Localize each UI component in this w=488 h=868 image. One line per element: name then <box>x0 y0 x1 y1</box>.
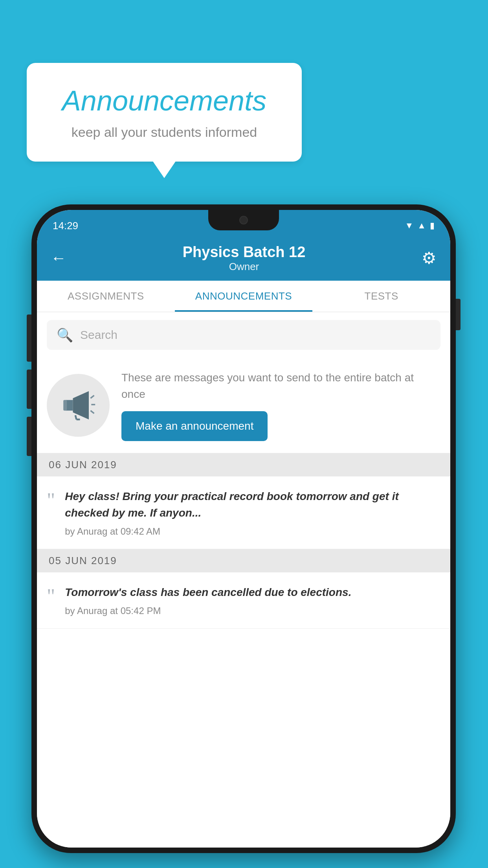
status-time: 14:29 <box>53 220 78 232</box>
phone-outer: 14:29 ▼ ▲ ▮ ← Physics Batch 12 Owner ⚙ <box>31 204 456 853</box>
phone-container: 14:29 ▼ ▲ ▮ ← Physics Batch 12 Owner ⚙ <box>31 204 456 853</box>
speech-bubble-title: Announcements <box>50 85 278 117</box>
speech-bubble: Announcements keep all your students inf… <box>27 63 302 162</box>
promo-section: These are messages you want to send to t… <box>37 358 450 453</box>
announcement-item-2: " Tomorrow's class has been cancelled du… <box>37 572 450 629</box>
back-button[interactable]: ← <box>51 249 66 267</box>
announcement-message-1: Hey class! Bring your practical record b… <box>65 488 440 521</box>
announcement-message-2: Tomorrow's class has been cancelled due … <box>65 584 440 601</box>
announcement-meta-1: by Anurag at 09:42 AM <box>65 526 440 537</box>
search-icon: 🔍 <box>57 327 73 343</box>
speech-bubble-subtitle: keep all your students informed <box>50 125 278 140</box>
megaphone-icon <box>61 388 96 423</box>
svg-marker-1 <box>73 391 89 419</box>
header-title: Physics Batch 12 <box>183 244 306 261</box>
promo-text-group: These are messages you want to send to t… <box>121 370 440 441</box>
promo-description: These are messages you want to send to t… <box>121 370 440 403</box>
search-bar[interactable]: 🔍 Search <box>47 320 440 350</box>
promo-icon-circle <box>47 374 110 437</box>
announcement-text-group-1: Hey class! Bring your practical record b… <box>65 488 440 537</box>
make-announcement-button[interactable]: Make an announcement <box>121 411 268 441</box>
date-separator-2: 05 JUN 2019 <box>37 549 450 572</box>
notch <box>208 210 279 230</box>
tab-announcements[interactable]: ANNOUNCEMENTS <box>175 281 313 312</box>
phone-screen: 14:29 ▼ ▲ ▮ ← Physics Batch 12 Owner ⚙ <box>37 210 450 848</box>
content-area: 🔍 Search <box>37 312 450 848</box>
svg-line-4 <box>75 415 77 419</box>
wifi-icon: ▼ <box>405 221 413 231</box>
quote-icon-1: " <box>47 488 55 537</box>
status-icons: ▼ ▲ ▮ <box>405 221 435 231</box>
signal-icon: ▲ <box>417 221 426 231</box>
svg-line-5 <box>91 395 94 398</box>
search-placeholder: Search <box>80 328 117 342</box>
announcement-meta-2: by Anurag at 05:42 PM <box>65 605 440 616</box>
header-subtitle: Owner <box>183 261 306 273</box>
tab-tests[interactable]: TESTS <box>312 281 450 312</box>
tabs-container: ASSIGNMENTS ANNOUNCEMENTS TESTS <box>37 281 450 312</box>
quote-icon-2: " <box>47 584 55 616</box>
svg-line-7 <box>91 411 94 414</box>
battery-icon: ▮ <box>430 221 435 231</box>
header-title-group: Physics Batch 12 Owner <box>183 244 306 273</box>
gear-icon[interactable]: ⚙ <box>422 248 437 268</box>
announcement-text-group-2: Tomorrow's class has been cancelled due … <box>65 584 440 616</box>
tab-assignments[interactable]: ASSIGNMENTS <box>37 281 175 312</box>
app-header: ← Physics Batch 12 Owner ⚙ <box>37 235 450 281</box>
camera <box>239 216 248 224</box>
svg-rect-2 <box>63 400 67 411</box>
date-separator-1: 06 JUN 2019 <box>37 453 450 476</box>
announcement-item-1: " Hey class! Bring your practical record… <box>37 476 450 549</box>
speech-bubble-container: Announcements keep all your students inf… <box>27 63 302 162</box>
